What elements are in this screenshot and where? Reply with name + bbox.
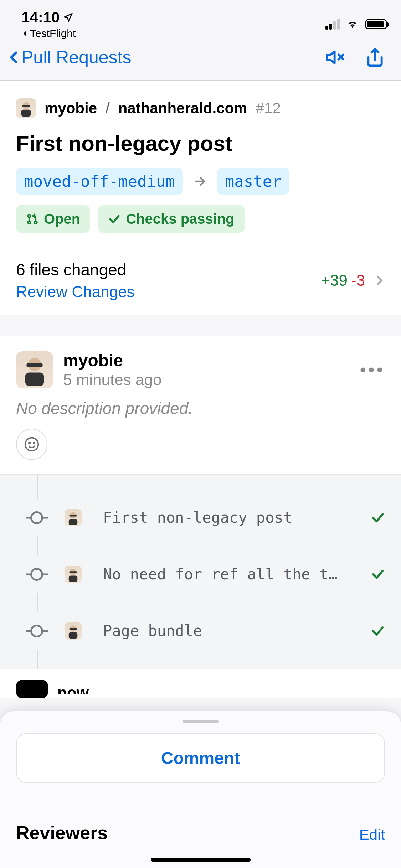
target-branch[interactable]: master: [217, 168, 289, 195]
chevron-left-icon: [21, 29, 29, 38]
description-card: myobie 5 minutes ago ••• No description …: [0, 336, 401, 475]
home-indicator[interactable]: [151, 858, 251, 862]
mute-icon[interactable]: [325, 47, 345, 67]
repo-name[interactable]: nathanherald.com: [118, 100, 247, 117]
check-icon: [371, 567, 385, 582]
location-arrow-icon: [63, 12, 73, 22]
commit-message: Page bundle: [103, 622, 349, 640]
breadcrumb-separator: /: [106, 100, 110, 117]
status-time: 14:10: [21, 9, 73, 26]
branch-row: moved-off-medium master: [16, 168, 385, 195]
reviewers-heading: Reviewers: [16, 822, 108, 843]
cellular-icon: [325, 19, 340, 30]
sheet-grabber[interactable]: [183, 720, 219, 723]
checks-badge[interactable]: Checks passing: [98, 205, 245, 233]
check-icon: [371, 511, 385, 525]
svg-point-7: [28, 215, 31, 217]
add-reaction-button[interactable]: [16, 429, 47, 460]
badge: [16, 680, 48, 698]
share-icon[interactable]: [365, 47, 385, 67]
svg-rect-24: [69, 632, 78, 639]
commit-row[interactable]: First non-legacy post: [16, 499, 385, 536]
svg-point-8: [28, 221, 31, 224]
svg-rect-12: [25, 372, 44, 386]
commit-message: First non-legacy post: [103, 509, 349, 526]
svg-rect-11: [27, 363, 43, 367]
commit-row[interactable]: Page bundle: [16, 612, 385, 650]
avatar: [65, 622, 82, 640]
repo-owner[interactable]: myobie: [45, 100, 97, 117]
diff-stats: +39 -3: [321, 272, 385, 289]
avatar: [65, 566, 82, 583]
timestamp: 5 minutes ago: [63, 371, 360, 389]
comment-button[interactable]: Comment: [16, 733, 385, 783]
commits-list: First non-legacy post No need for ref al…: [0, 475, 401, 669]
more-button[interactable]: •••: [360, 360, 385, 380]
commit-node-icon: [30, 625, 43, 637]
bottom-sheet[interactable]: Comment Reviewers Edit: [0, 711, 401, 868]
svg-rect-5: [21, 110, 31, 117]
smiley-icon: [24, 436, 40, 452]
svg-rect-20: [70, 571, 77, 573]
git-pull-request-icon: [26, 213, 39, 226]
avatar: [16, 98, 36, 118]
commit-row[interactable]: No need for ref all the t…: [16, 556, 385, 593]
files-changed-row[interactable]: 6 files changed Review Changes +39 -3: [16, 247, 385, 301]
review-changes-link[interactable]: Review Changes: [16, 283, 135, 301]
svg-point-15: [34, 443, 35, 444]
back-to-app[interactable]: TestFlight: [21, 27, 76, 40]
svg-rect-21: [69, 575, 78, 582]
back-label: Pull Requests: [21, 47, 132, 68]
status-right: [325, 19, 387, 30]
svg-rect-4: [22, 105, 30, 107]
source-branch[interactable]: moved-off-medium: [16, 168, 183, 195]
svg-rect-18: [69, 519, 78, 525]
chevron-left-icon: [7, 47, 21, 68]
status-bar: 14:10 TestFlight: [0, 0, 401, 34]
check-icon: [371, 624, 385, 638]
timeline-row-peek: now: [0, 669, 401, 698]
author-name[interactable]: myobie: [63, 351, 360, 370]
pr-header: myobie / nathanherald.com #12 First non-…: [0, 81, 401, 315]
arrow-right-icon: [194, 175, 206, 188]
commit-node-icon: [30, 511, 43, 524]
commit-node-icon: [30, 568, 43, 581]
commit-message: No need for ref all the t…: [103, 565, 349, 583]
description-body: No description provided.: [16, 399, 385, 418]
files-changed-label: 6 files changed: [16, 260, 135, 279]
chevron-right-icon: [374, 273, 385, 288]
edit-reviewers-link[interactable]: Edit: [359, 826, 385, 843]
svg-rect-23: [70, 628, 77, 630]
avatar: [65, 509, 82, 526]
svg-rect-17: [70, 515, 77, 516]
pr-state-badge: Open: [16, 205, 90, 233]
back-button[interactable]: Pull Requests: [7, 47, 132, 68]
deletions: -3: [351, 272, 365, 289]
nav-bar: Pull Requests: [0, 34, 401, 81]
wifi-icon: [345, 19, 360, 30]
check-icon: [108, 213, 121, 226]
pr-number: #12: [256, 100, 281, 117]
avatar[interactable]: [16, 351, 53, 388]
additions: +39: [321, 272, 348, 289]
peek-label: now: [57, 684, 89, 694]
svg-point-9: [34, 221, 37, 224]
svg-point-13: [25, 438, 38, 451]
battery-icon: [365, 19, 387, 29]
breadcrumb: myobie / nathanherald.com #12: [16, 98, 385, 118]
svg-point-14: [29, 443, 30, 444]
pr-title: First non-legacy post: [16, 131, 385, 156]
